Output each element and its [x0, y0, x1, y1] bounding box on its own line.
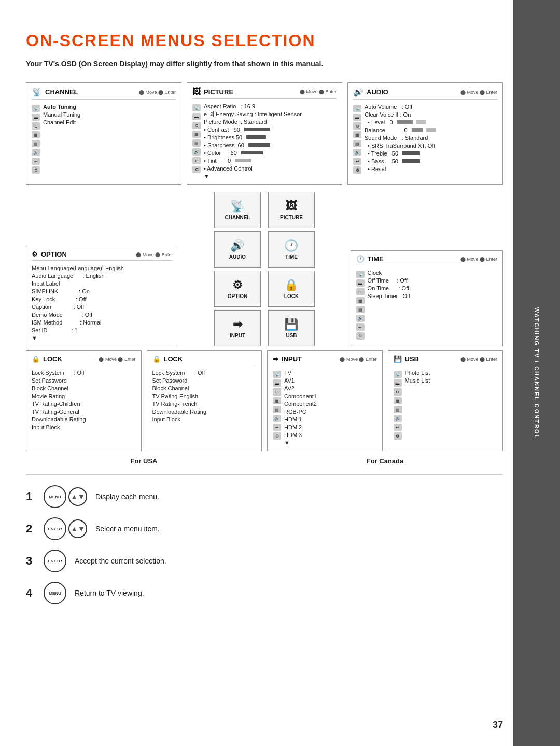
- step-3-desc: Accept the current selection.: [75, 557, 166, 565]
- input-header: ➡ INPUT ⬤ Move ⬤ Enter: [273, 355, 377, 365]
- input-tv: TV: [284, 369, 317, 376]
- option-mini-box: ⚙ OPTION ⬤ Move ⬤ Enter Menu Language(La…: [26, 246, 178, 346]
- movie-rating: Movie Rating: [32, 392, 136, 400]
- channel-icon-4: ▦: [32, 131, 40, 138]
- auto-volume: Auto Volume : Off: [365, 103, 436, 110]
- audio-icon: 🔊: [353, 87, 363, 97]
- audio-lang: Audio Language : English: [32, 272, 173, 279]
- lock-canada-items: Lock System : Off Set Password Block Cha…: [152, 369, 257, 423]
- step-1-arrow-btn[interactable]: ▲▼: [68, 487, 87, 506]
- usb-si-2: ▬: [394, 379, 402, 387]
- lock-canada-icon: 🔒: [152, 355, 161, 363]
- picture-body: 📡 ▬ ⊙ ▦ ▤ 🔊 ↩ ⚙ Aspect Ratio : 16:9 e2En…: [192, 102, 337, 180]
- pic-icon-8: ⚙: [192, 166, 201, 173]
- thumb-input[interactable]: ➡ INPUT: [214, 310, 261, 346]
- input-block-ca: Input Block: [152, 415, 257, 423]
- input-body: 📡 ▬ ⊙ ▦ ▤ 🔊 ↩ ⚙ TV AV1 AV2 Component1 Co…: [273, 369, 377, 446]
- step-4-row: 4 MENU Return to TV viewing.: [26, 582, 503, 604]
- thumb-picture[interactable]: 🖼 PICTURE: [268, 192, 315, 228]
- caption: Caption : Off: [32, 303, 173, 311]
- usb-si-1: 📡: [394, 371, 402, 378]
- step-1-row: 1 MENU ▲▼ Display each menu.: [26, 485, 503, 508]
- lock-sys-usa: Lock System : Off: [32, 369, 136, 376]
- menu-lang: Menu Language(Language): English: [32, 264, 173, 272]
- time-mini-box: 🕐 TIME ⬤ Move ⬤ Enter 📡 ▬ ⊙ ▦ ▤ 🔊 ↩ ⚙ C: [351, 250, 503, 346]
- srs: • SRS TruSurround XT: Off: [365, 142, 436, 149]
- time-move-enter: ⬤ Move ⬤ Enter: [460, 257, 497, 262]
- picture-sidebar: 📡 ▬ ⊙ ▦ ▤ 🔊 ↩ ⚙: [192, 102, 201, 180]
- time-si-7: ↩: [356, 323, 365, 331]
- step-4-buttons: MENU: [44, 582, 66, 604]
- lock-sys-ca: Lock System : Off: [152, 369, 257, 376]
- picture-move-enter: ⬤ Move ⬤ Enter: [300, 89, 337, 94]
- step-1-menu-btn[interactable]: MENU: [44, 485, 66, 508]
- time-header: 🕐 TIME ⬤ Move ⬤ Enter: [356, 255, 497, 265]
- tint-val: • Tint 0: [204, 157, 302, 164]
- thumb-time-label: TIME: [285, 254, 298, 260]
- pic-icon-4: ▦: [192, 131, 201, 138]
- bass-val: • Bass 50: [365, 157, 436, 165]
- input-av1: AV1: [284, 376, 317, 384]
- option-title: ⚙ OPTION: [32, 250, 67, 258]
- input-comp1: Component1: [284, 392, 317, 400]
- step-1-buttons: MENU ▲▼: [44, 485, 87, 508]
- lock-usa-title: 🔒 LOCK: [32, 355, 62, 363]
- on-time: On Time : Off: [368, 284, 410, 292]
- step-2-arrow-btn[interactable]: ▲▼: [68, 519, 87, 538]
- channel-item-manualtuning: Manual Tuning: [43, 110, 80, 118]
- option-icon: ⚙: [32, 250, 38, 258]
- lock-usa-move-enter: ⬤ Move ⬤ Enter: [99, 357, 135, 362]
- channel-menu-box: 📡 CHANNEL ⬤ Move ⬤ Enter 📡 ▬ ⊙ ▦ ▤ 🔊 ↩ ⚙: [26, 82, 181, 185]
- audio-items: Auto Volume : Off Clear Voice II : On • …: [365, 103, 436, 176]
- thumb-usb[interactable]: 💾 USB: [268, 310, 315, 346]
- thumb-option[interactable]: ⚙ OPTION: [214, 271, 261, 307]
- step-3-number: 3: [26, 554, 35, 568]
- time-si-3: ⊙: [356, 288, 365, 295]
- tv-rating-fr: TV Rating-French: [152, 400, 257, 407]
- step-3-enter-btn[interactable]: ENTER: [44, 550, 66, 572]
- thumb-time[interactable]: 🕐 TIME: [268, 231, 315, 268]
- thumb-audio[interactable]: 🔊 AUDIO: [214, 231, 261, 268]
- thumb-lock[interactable]: 🔒 LOCK: [268, 271, 315, 307]
- thumb-lock-icon: 🔒: [284, 278, 298, 292]
- inp-si-4: ▦: [273, 397, 281, 404]
- block-ch-ca: Block Channel: [152, 384, 257, 392]
- usb-title: 💾 USB: [394, 355, 419, 363]
- option-move-enter: ⬤ Move ⬤ Enter: [136, 252, 173, 257]
- channel-icon-8: ⚙: [32, 166, 40, 174]
- time-icon: 🕐: [356, 255, 365, 263]
- brightness: • Brightness 50: [204, 133, 302, 141]
- clock: Clock: [368, 269, 410, 276]
- aud-icon-6: 🔊: [353, 149, 361, 156]
- pic-icon-7: ↩: [192, 157, 201, 164]
- usb-items: Photo List Music List: [405, 369, 430, 442]
- pic-icon-6: 🔊: [192, 148, 201, 156]
- picture-more: ▼: [204, 172, 302, 180]
- time-si-2: ▬: [356, 279, 365, 287]
- thumb-channel[interactable]: 📡 CHANNEL: [214, 192, 261, 228]
- thumb-usb-icon: 💾: [284, 318, 298, 331]
- time-sidebar: 📡 ▬ ⊙ ▦ ▤ 🔊 ↩ ⚙: [356, 269, 365, 342]
- usb-si-5: ▤: [394, 406, 402, 413]
- side-label: WATCHING TV / CHANNEL CONTROL: [534, 307, 540, 439]
- step-4-desc: Return to TV viewing.: [75, 589, 144, 597]
- step-4-menu-btn[interactable]: MENU: [44, 582, 66, 604]
- lock-canada-title: 🔒 LOCK: [152, 355, 183, 363]
- step-2-number: 2: [26, 522, 35, 536]
- step-2-enter-btn[interactable]: ENTER: [44, 517, 66, 540]
- input-av2: AV2: [284, 384, 317, 392]
- thumb-input-icon: ➡: [233, 318, 242, 331]
- thumb-audio-label: AUDIO: [229, 254, 246, 260]
- usb-si-3: ⊙: [394, 388, 402, 396]
- channel-item-channedit: Channel Edit: [43, 118, 80, 126]
- lock-usa-icon: 🔒: [32, 355, 40, 363]
- music-list: Music List: [405, 376, 430, 384]
- input-icon: ➡: [273, 355, 278, 363]
- aud-icon-3: ⊙: [353, 122, 361, 130]
- lock-canada-box: 🔒 LOCK Lock System : Off Set Password Bl…: [147, 350, 262, 451]
- pic-icon-5: ▤: [192, 139, 201, 147]
- audio-menu-box: 🔊 AUDIO ⬤ Move ⬤ Enter 📡 ▬ ⊙ ▦ ▤ 🔊 ↩ ⚙: [347, 82, 503, 185]
- usb-si-4: ▦: [394, 397, 402, 404]
- input-block-usa: Input Block: [32, 423, 136, 431]
- input-menu-box: ➡ INPUT ⬤ Move ⬤ Enter 📡 ▬ ⊙ ▦ ▤ 🔊 ↩ ⚙ T: [267, 350, 383, 451]
